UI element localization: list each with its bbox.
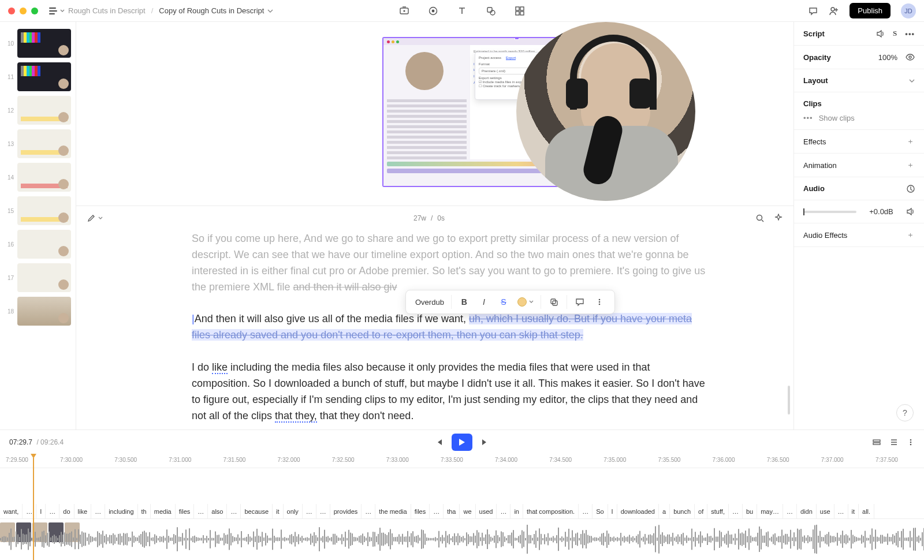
help-button[interactable]: ? — [896, 404, 914, 421]
timeline-word[interactable]: … — [497, 504, 511, 518]
text-tool-button[interactable] — [456, 5, 468, 17]
scene-thumb[interactable]: 10 — [0, 27, 76, 60]
scene-thumb[interactable]: 14 — [0, 160, 76, 194]
scene-thumb[interactable]: 11 — [0, 60, 76, 94]
show-clips-button[interactable]: •••Show clips — [803, 114, 855, 122]
timeline-word[interactable]: a — [659, 504, 670, 518]
timeline-word[interactable]: files — [411, 504, 430, 518]
timeline-word[interactable]: files — [176, 504, 195, 518]
resize-handle[interactable] — [515, 37, 519, 40]
timeline-word[interactable]: bunch — [670, 504, 695, 518]
timeline-word[interactable]: stuff, — [707, 504, 729, 518]
app-menu-button[interactable] — [49, 6, 65, 16]
timeline-word[interactable]: … — [430, 504, 444, 518]
timeline-word[interactable]: because — [241, 504, 273, 518]
publish-button[interactable]: Publish — [850, 3, 891, 18]
timeline-word[interactable]: … — [227, 504, 241, 518]
timeline-word[interactable]: downloaded — [617, 504, 659, 518]
timeline-word[interactable]: … — [834, 504, 848, 518]
visibility-toggle-icon[interactable] — [906, 53, 915, 62]
record-button[interactable] — [427, 5, 439, 17]
timeline-ruler[interactable]: 7:29.5007:30.0007:30.5007:31.0007:31.500… — [0, 454, 924, 468]
strike-ignore-button[interactable]: S — [498, 296, 509, 308]
scene-thumb[interactable]: 16 — [0, 227, 76, 261]
timeline-word[interactable]: … — [783, 504, 797, 518]
timeline-word[interactable]: used — [476, 504, 497, 518]
add-effect-button[interactable]: ＋ — [906, 137, 915, 146]
effects-row[interactable]: Effects ＋ — [794, 130, 924, 154]
overdub-button[interactable]: Overdub — [415, 298, 444, 307]
timeline-words-track[interactable]: want,…I…dolike…includingthmediafiles…als… — [0, 504, 924, 519]
share-invite-button[interactable] — [829, 6, 839, 16]
correct-mode-button[interactable] — [87, 214, 103, 223]
timeline-word[interactable]: … — [91, 504, 105, 518]
timeline-word[interactable]: … — [729, 504, 743, 518]
search-script-button[interactable] — [755, 214, 765, 223]
timeline-word[interactable]: use — [817, 504, 834, 518]
timeline-word[interactable]: do — [59, 504, 74, 518]
timeline-more-button[interactable] — [907, 438, 915, 446]
scene-thumb[interactable]: 12 — [0, 94, 76, 127]
layout-row[interactable]: Layout — [794, 69, 924, 92]
scene-thumb[interactable]: 17 — [0, 261, 76, 294]
breadcrumb-project[interactable]: Rough Cuts in Descript — [68, 6, 146, 15]
copy-button[interactable] — [548, 296, 560, 308]
timeline-view-expanded-button[interactable] — [889, 438, 899, 447]
scenes-panel[interactable]: 10 11 12 13 14 15 16 17 18 — [0, 22, 76, 430]
skip-back-button[interactable] — [434, 438, 444, 447]
script-scrollbar[interactable] — [788, 386, 790, 415]
timeline-word[interactable]: provides — [330, 504, 362, 518]
timeline-word[interactable]: in — [511, 504, 523, 518]
timeline-word[interactable]: bu — [743, 504, 757, 518]
templates-button[interactable] — [514, 5, 526, 17]
timeline-word[interactable]: that composition. — [523, 504, 579, 518]
timeline-word[interactable]: the media — [375, 504, 411, 518]
timeline-word[interactable]: I — [608, 504, 617, 518]
gain-slider[interactable] — [803, 211, 856, 213]
scene-thumb[interactable]: 18 — [0, 294, 76, 328]
timeline-word[interactable]: … — [194, 504, 208, 518]
timeline-word[interactable]: may… — [757, 504, 783, 518]
bold-button[interactable]: B — [459, 296, 470, 308]
timeline-word[interactable]: media — [151, 504, 176, 518]
more-actions-button[interactable] — [594, 296, 605, 308]
timeline-word[interactable]: didn — [797, 504, 817, 518]
record-screen-button[interactable] — [398, 5, 410, 17]
scene-thumb[interactable]: 13 — [0, 127, 76, 160]
audio-settings-icon[interactable] — [907, 185, 915, 193]
inspector-more-button[interactable]: ••• — [905, 29, 915, 38]
add-comment-button[interactable] — [574, 296, 586, 308]
play-button[interactable] — [452, 434, 472, 451]
timeline-word[interactable]: … — [23, 504, 36, 518]
breadcrumb-composition[interactable]: Copy of Rough Cuts in Descript — [159, 6, 273, 15]
timeline-word[interactable]: only — [284, 504, 303, 518]
comment-button[interactable] — [808, 6, 818, 16]
audio-effects-row[interactable]: Audio Effects ＋ — [794, 223, 924, 247]
speaker-label-button[interactable]: S — [893, 29, 897, 38]
timeline-word[interactable]: … — [303, 504, 316, 518]
timeline-word[interactable]: … — [46, 504, 59, 518]
user-avatar[interactable]: JD — [901, 3, 916, 18]
timeline-word[interactable]: it — [273, 504, 284, 518]
timeline-word[interactable]: also — [208, 504, 227, 518]
timeline-word[interactable]: So — [593, 504, 608, 518]
timeline-view-compact-button[interactable] — [872, 438, 881, 447]
video-canvas-area[interactable]: Estimated to be worth nearly $20 million… — [76, 22, 793, 206]
timeline-word[interactable]: we — [460, 504, 475, 518]
opacity-value[interactable]: 100% — [878, 53, 897, 62]
timeline-word[interactable]: it — [848, 504, 859, 518]
camera-layer[interactable] — [516, 22, 695, 201]
animation-row[interactable]: Animation ＋ — [794, 154, 924, 177]
shapes-button[interactable] — [485, 5, 497, 17]
gain-value[interactable]: +0.0dB — [869, 207, 893, 216]
timeline-word[interactable]: of — [695, 504, 707, 518]
timeline-word[interactable]: all. — [859, 504, 874, 518]
timeline-word[interactable]: tha — [444, 504, 460, 518]
timeline-word[interactable]: th — [138, 504, 151, 518]
scene-thumb[interactable]: 15 — [0, 194, 76, 227]
timeline-word[interactable]: … — [316, 504, 330, 518]
italic-button[interactable]: I — [478, 296, 490, 308]
highlight-color-button[interactable] — [517, 297, 534, 307]
window-close-button[interactable] — [8, 8, 15, 14]
speaker-toggle-icon[interactable] — [876, 29, 885, 38]
